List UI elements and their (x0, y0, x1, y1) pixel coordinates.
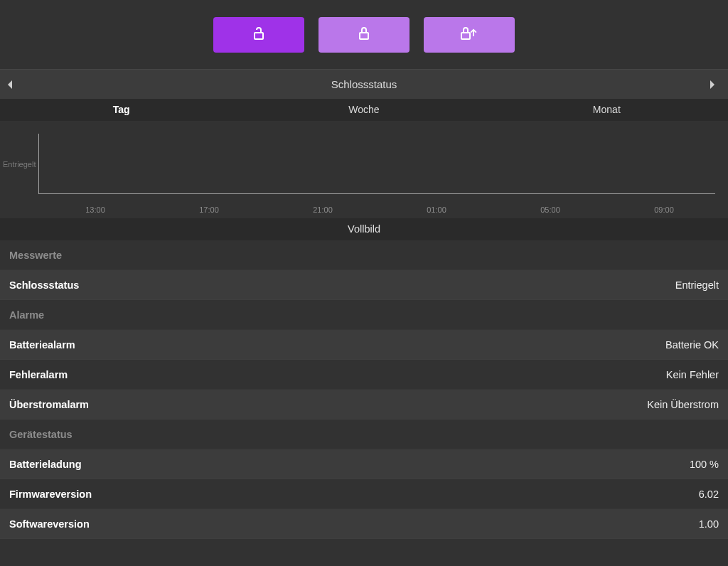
section-header-alarme: Alarme (0, 300, 728, 330)
section-header-messwerte: Messwerte (0, 240, 728, 270)
x-tick: 13:00 (38, 205, 152, 214)
status-chart: Entriegelt 13:00 17:00 21:00 01:00 05:00… (0, 121, 728, 218)
section-header-geraetestatus: Gerätestatus (0, 420, 728, 449)
section-header-label: Messwerte (9, 250, 62, 261)
row-batteriealarm[interactable]: Batteriealarm Batterie OK (0, 330, 728, 360)
row-value: 100 % (690, 459, 719, 470)
row-schlossstatus[interactable]: Schlossstatus Entriegelt (0, 270, 728, 300)
x-tick: 21:00 (266, 205, 380, 214)
row-label: Batteriealarm (9, 339, 75, 351)
row-ueberstromalarm[interactable]: Überstromalarm Kein Überstrom (0, 390, 728, 420)
section-header-label: Alarme (9, 309, 44, 321)
chart-y-category: Entriegelt (3, 160, 36, 169)
lock-button-row (0, 0, 728, 69)
row-fehleralarm[interactable]: Fehleralarm Kein Fehler (0, 360, 728, 390)
lock-button[interactable] (318, 17, 410, 53)
chart-x-ticks: 13:00 17:00 21:00 01:00 05:00 09:00 (38, 205, 721, 214)
lock-up-arrow-icon (459, 25, 480, 44)
row-label: Schlossstatus (9, 279, 79, 291)
chart-title: Schlossstatus (20, 78, 708, 90)
row-softwareversion[interactable]: Softwareversion 1.00 (0, 509, 728, 539)
row-value: Kein Fehler (666, 369, 719, 380)
row-label: Überstromalarm (9, 399, 89, 410)
lock-icon (355, 25, 373, 44)
tab-day[interactable]: Tag (0, 99, 242, 121)
row-label: Softwareversion (9, 518, 90, 530)
unlock-button[interactable] (213, 17, 304, 53)
row-label: Firmwareversion (9, 488, 92, 500)
tab-month[interactable]: Monat (486, 99, 728, 121)
status-list: Messwerte Schlossstatus Entriegelt Alarm… (0, 240, 728, 539)
row-value: Batterie OK (665, 339, 719, 351)
section-header-label: Gerätestatus (9, 429, 73, 440)
x-tick: 01:00 (380, 205, 493, 214)
nav-next-button[interactable] (708, 79, 722, 90)
lock-and-go-button[interactable] (424, 17, 515, 53)
x-tick: 17:00 (152, 205, 266, 214)
fullscreen-button[interactable]: Vollbild (0, 218, 728, 240)
row-value: Kein Überstrom (647, 399, 719, 410)
x-tick: 09:00 (607, 205, 721, 214)
row-value: 6.02 (699, 488, 719, 500)
tab-week[interactable]: Woche (242, 99, 485, 121)
unlock-icon (250, 25, 267, 44)
row-label: Fehleralarm (9, 369, 68, 380)
nav-prev-button[interactable] (6, 79, 20, 90)
time-range-tabs: Tag Woche Monat (0, 99, 728, 121)
row-firmwareversion[interactable]: Firmwareversion 6.02 (0, 479, 728, 509)
row-batterieladung[interactable]: Batterieladung 100 % (0, 449, 728, 479)
row-value: 1.00 (699, 518, 719, 530)
row-value: Entriegelt (675, 279, 719, 291)
chart-navbar: Schlossstatus (0, 69, 728, 99)
x-tick: 05:00 (493, 205, 607, 214)
chart-plot-area (38, 134, 715, 194)
row-label: Batterieladung (9, 459, 82, 470)
